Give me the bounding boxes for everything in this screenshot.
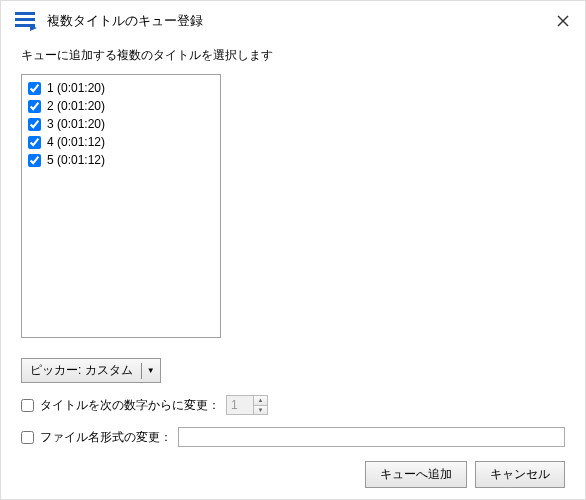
add-to-queue-button[interactable]: キューへ追加 [365, 461, 467, 488]
picker-dropdown[interactable]: ピッカー: カスタム ▼ [21, 358, 161, 383]
filename-label: ファイル名形式の変更： [40, 429, 172, 446]
filename-checkbox[interactable] [21, 431, 34, 444]
title-list[interactable]: 1 (0:01:20) 2 (0:01:20) 3 (0:01:20) 4 (0… [21, 74, 221, 338]
close-button[interactable] [555, 13, 571, 29]
app-logo-icon [15, 11, 37, 31]
title-label: 2 (0:01:20) [47, 99, 105, 113]
title-label: 5 (0:01:12) [47, 153, 105, 167]
cancel-button[interactable]: キャンセル [475, 461, 565, 488]
title-checkbox[interactable] [28, 82, 41, 95]
renumber-value[interactable] [227, 396, 253, 414]
list-item: 1 (0:01:20) [28, 79, 214, 97]
title-checkbox[interactable] [28, 154, 41, 167]
title-checkbox[interactable] [28, 118, 41, 131]
dialog-title: 複数タイトルのキュー登録 [47, 12, 555, 30]
list-item: 2 (0:01:20) [28, 97, 214, 115]
instruction-text: キューに追加する複数のタイトルを選択します [21, 47, 565, 64]
svg-rect-1 [15, 18, 35, 21]
title-label: 3 (0:01:20) [47, 117, 105, 131]
picker-label: ピッカー: カスタム [22, 359, 141, 382]
svg-rect-0 [15, 12, 35, 15]
renumber-spinner[interactable]: ▲ ▼ [226, 395, 268, 415]
filename-input[interactable] [178, 427, 565, 447]
title-label: 4 (0:01:12) [47, 135, 105, 149]
title-label: 1 (0:01:20) [47, 81, 105, 95]
list-item: 5 (0:01:12) [28, 151, 214, 169]
title-checkbox[interactable] [28, 136, 41, 149]
list-item: 4 (0:01:12) [28, 133, 214, 151]
dropdown-arrow-icon: ▼ [142, 366, 160, 375]
spinner-down-icon[interactable]: ▼ [254, 406, 267, 415]
renumber-label: タイトルを次の数字からに変更： [40, 397, 220, 414]
dialog-header: 複数タイトルのキュー登録 [1, 1, 585, 39]
renumber-checkbox[interactable] [21, 399, 34, 412]
title-checkbox[interactable] [28, 100, 41, 113]
filename-option-row: ファイル名形式の変更： [21, 427, 565, 447]
spinner-up-icon[interactable]: ▲ [254, 396, 267, 406]
list-item: 3 (0:01:20) [28, 115, 214, 133]
renumber-option-row: タイトルを次の数字からに変更： ▲ ▼ [21, 395, 565, 415]
